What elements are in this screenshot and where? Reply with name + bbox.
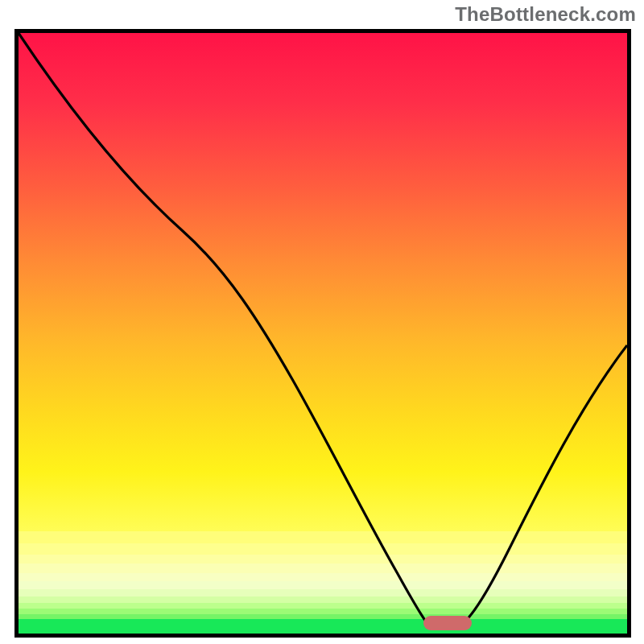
optimal-marker: [423, 616, 472, 630]
chart-stage: TheBottleneck.com: [0, 0, 644, 644]
curve-path: [19, 33, 627, 625]
bottleneck-curve: [19, 33, 627, 634]
watermark-text: TheBottleneck.com: [455, 3, 636, 26]
plot-area: [14, 29, 631, 638]
